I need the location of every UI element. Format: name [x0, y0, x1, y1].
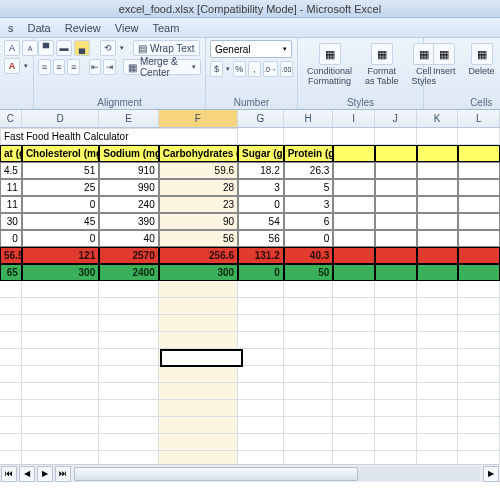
cell[interactable] — [417, 366, 459, 383]
chevron-down-icon[interactable]: ▾ — [118, 40, 125, 56]
cell[interactable] — [458, 145, 500, 162]
cell[interactable] — [458, 400, 500, 417]
cell[interactable]: 300 — [159, 264, 238, 281]
cell[interactable]: 5 — [284, 179, 334, 196]
cell[interactable] — [417, 281, 459, 298]
horizontal-scrollbar[interactable]: ⏮ ◀ ▶ ⏭ ▶ — [0, 464, 500, 482]
cell[interactable] — [238, 366, 284, 383]
cell[interactable] — [22, 315, 99, 332]
cell[interactable] — [458, 383, 500, 400]
cell[interactable]: 3 — [238, 179, 284, 196]
column-header[interactable]: C — [0, 110, 22, 127]
cell[interactable] — [417, 383, 459, 400]
cell[interactable] — [458, 247, 500, 264]
cell[interactable] — [333, 264, 375, 281]
cell[interactable]: 390 — [99, 213, 159, 230]
cell[interactable] — [238, 417, 284, 434]
cell[interactable] — [333, 315, 375, 332]
cell[interactable] — [159, 383, 238, 400]
align-bottom-button[interactable]: ▄ — [74, 40, 90, 56]
cell[interactable] — [375, 332, 417, 349]
cell[interactable] — [0, 298, 22, 315]
cell[interactable] — [458, 417, 500, 434]
cell[interactable]: 4.5 — [0, 162, 22, 179]
cell[interactable] — [0, 349, 22, 366]
cell[interactable]: 240 — [99, 196, 159, 213]
cell[interactable] — [458, 281, 500, 298]
cell[interactable] — [333, 213, 375, 230]
format-as-table-button[interactable]: ▦ Format as Table — [360, 40, 403, 89]
cell[interactable]: 65 — [0, 264, 22, 281]
cell[interactable] — [284, 349, 334, 366]
cell[interactable] — [417, 315, 459, 332]
cell[interactable] — [417, 145, 459, 162]
cell[interactable] — [284, 332, 334, 349]
wrap-text-button[interactable]: ▤ Wrap Text — [133, 40, 200, 56]
cell[interactable] — [375, 417, 417, 434]
cell[interactable]: 256.6 — [159, 247, 238, 264]
cell[interactable]: 56.5 — [0, 247, 22, 264]
cell[interactable] — [417, 264, 459, 281]
cell[interactable] — [458, 179, 500, 196]
cell[interactable] — [417, 179, 459, 196]
cell[interactable] — [22, 298, 99, 315]
cell[interactable] — [0, 315, 22, 332]
cell[interactable] — [417, 128, 459, 145]
cell[interactable]: Fast Food Health Calculator — [0, 128, 238, 145]
cell[interactable]: 0 — [22, 196, 99, 213]
cell[interactable] — [333, 298, 375, 315]
cell[interactable] — [375, 349, 417, 366]
cell[interactable] — [284, 400, 334, 417]
cell[interactable]: 30 — [0, 213, 22, 230]
cell[interactable] — [22, 366, 99, 383]
cell[interactable]: 26.3 — [284, 162, 334, 179]
cell[interactable] — [159, 400, 238, 417]
cell[interactable]: 23 — [159, 196, 238, 213]
cell[interactable] — [333, 145, 375, 162]
cell[interactable] — [333, 383, 375, 400]
align-left-button[interactable]: ≡ — [38, 59, 51, 75]
cell[interactable] — [99, 400, 159, 417]
cell[interactable] — [458, 162, 500, 179]
cell[interactable] — [22, 383, 99, 400]
currency-button[interactable]: $ — [210, 61, 223, 77]
cell[interactable]: Sodium (mg) — [99, 145, 159, 162]
cell[interactable] — [99, 383, 159, 400]
cell[interactable] — [417, 417, 459, 434]
cell[interactable] — [238, 349, 284, 366]
cell[interactable] — [375, 281, 417, 298]
percent-button[interactable]: % — [233, 61, 246, 77]
orientation-button[interactable]: ⟲ — [100, 40, 116, 56]
insert-cells-button[interactable]: ▦ Insert — [428, 40, 461, 79]
cell[interactable] — [375, 247, 417, 264]
cell[interactable] — [159, 315, 238, 332]
cell[interactable] — [333, 230, 375, 247]
cell[interactable] — [22, 281, 99, 298]
cell[interactable]: 3 — [284, 196, 334, 213]
cell[interactable]: 25 — [22, 179, 99, 196]
cell[interactable] — [238, 434, 284, 451]
cell[interactable] — [284, 434, 334, 451]
column-header[interactable]: J — [375, 110, 417, 127]
cell[interactable] — [458, 230, 500, 247]
tab-review[interactable]: Review — [65, 22, 101, 34]
align-right-button[interactable]: ≡ — [67, 59, 80, 75]
align-middle-button[interactable]: ▬ — [56, 40, 72, 56]
cell[interactable]: Carbohydrates (g) — [159, 145, 238, 162]
scroll-right-icon[interactable]: ▶ — [483, 466, 499, 482]
cell[interactable] — [99, 417, 159, 434]
cell[interactable] — [375, 196, 417, 213]
cell[interactable] — [458, 196, 500, 213]
cell[interactable]: 56 — [159, 230, 238, 247]
cell[interactable] — [159, 366, 238, 383]
cell[interactable]: 45 — [22, 213, 99, 230]
cell[interactable] — [159, 281, 238, 298]
decrease-indent-button[interactable]: ⇤ — [89, 59, 102, 75]
cell[interactable] — [22, 417, 99, 434]
cell[interactable]: 2400 — [99, 264, 159, 281]
cell[interactable] — [375, 298, 417, 315]
cell[interactable] — [333, 196, 375, 213]
cell[interactable]: 50 — [284, 264, 334, 281]
cell[interactable]: 51 — [22, 162, 99, 179]
merge-center-button[interactable]: ▦ Merge & Center ▾ — [123, 59, 201, 75]
